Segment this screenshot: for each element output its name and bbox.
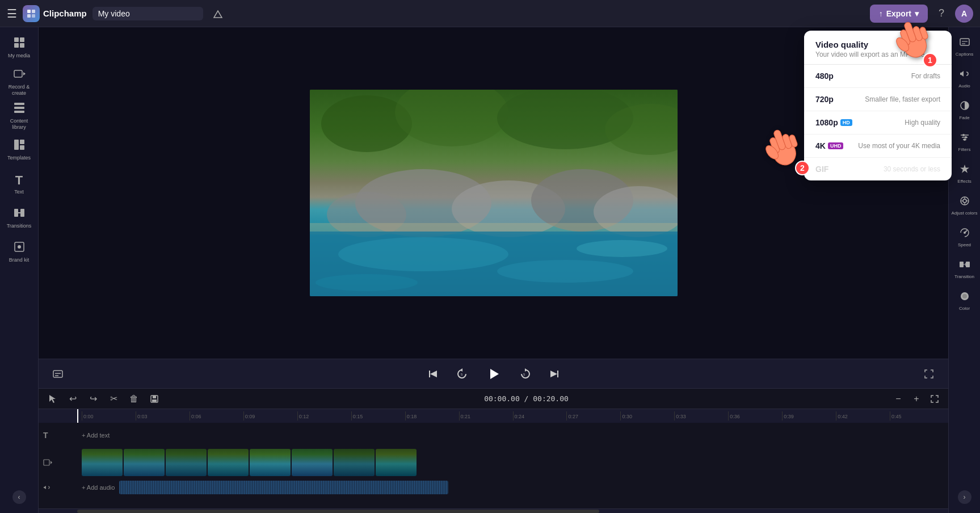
text-track-label: T xyxy=(43,431,77,440)
right-sidebar: Captions Audio Fade xyxy=(948,27,980,513)
sidebar-item-text[interactable]: T Text xyxy=(3,168,35,200)
svg-point-63 xyxy=(965,136,967,138)
ruler-mark-5: 0:15 xyxy=(351,411,405,421)
rs-item-adjust-colors[interactable]: Adjust colors xyxy=(951,191,978,220)
rs-item-speed[interactable]: Speed xyxy=(951,222,978,252)
timeline-tracks: T + Add text xyxy=(39,423,948,508)
svg-marker-9 xyxy=(23,72,26,75)
effects-icon xyxy=(959,163,970,178)
hamburger-icon[interactable]: ☰ xyxy=(7,7,17,20)
sidebar-item-content-library[interactable]: Content library xyxy=(3,100,35,132)
help-button[interactable]: ? xyxy=(932,5,950,23)
zoom-in-button[interactable]: + xyxy=(909,391,924,407)
delete-button[interactable]: 🗑 xyxy=(126,391,142,407)
sidebar-item-my-media[interactable]: My media xyxy=(3,32,35,64)
sidebar-collapse-button[interactable]: ‹ xyxy=(12,490,26,504)
audio-icon xyxy=(959,68,970,82)
rs-item-color[interactable]: Color xyxy=(951,286,978,316)
rs-label-fade: Fade xyxy=(959,115,969,121)
skip-forward-button[interactable] xyxy=(544,364,565,384)
playback-controls: 5 5 xyxy=(39,359,948,388)
export-button[interactable]: ↑ Export ▾ xyxy=(870,5,928,23)
sidebar-label-transitions: Transitions xyxy=(7,223,32,229)
quality-dropdown[interactable]: Video quality Your video will export as … xyxy=(804,31,952,180)
svg-point-20 xyxy=(18,245,21,249)
cut-button[interactable]: ✂ xyxy=(106,391,121,407)
svg-rect-40 xyxy=(429,371,430,377)
ruler-mark-7: 0:21 xyxy=(459,411,513,421)
rs-label-adjust-colors: Adjust colors xyxy=(952,211,978,216)
quality-option-720p[interactable]: 720p Smaller file, faster export xyxy=(804,88,952,111)
sidebar-item-record-create[interactable]: Record & create xyxy=(3,66,35,98)
transitions-icon xyxy=(13,207,26,222)
svg-rect-10 xyxy=(14,103,24,105)
video-title-input[interactable] xyxy=(92,7,203,20)
zoom-out-button[interactable]: − xyxy=(890,391,906,407)
help-icon: ? xyxy=(939,7,944,19)
rs-item-captions[interactable]: Captions xyxy=(951,32,978,61)
quality-option-480p[interactable]: 480p For drafts xyxy=(804,65,952,88)
scrollbar-thumb[interactable] xyxy=(77,510,599,513)
quality-gif-label: GIF xyxy=(815,165,828,174)
quality-option-1080p[interactable]: 1080pHD High quality xyxy=(804,111,952,134)
svg-rect-3 xyxy=(32,14,35,18)
add-audio-button[interactable]: + Add audio xyxy=(82,484,115,491)
quality-option-4k[interactable]: 4KUHD Use most of your 4K media xyxy=(804,134,952,158)
svg-rect-55 xyxy=(960,39,969,45)
video-preview xyxy=(310,90,678,296)
rs-label-color: Color xyxy=(959,306,970,312)
sidebar-item-transitions[interactable]: Transitions xyxy=(3,202,35,234)
zoom-fit-button[interactable] xyxy=(927,391,943,407)
rs-label-transition: Transition xyxy=(954,274,974,280)
svg-point-62 xyxy=(962,134,965,136)
timeline-scrollbar[interactable] xyxy=(39,508,948,513)
quality-dropdown-title: Video quality xyxy=(815,40,940,49)
fade-icon xyxy=(959,100,970,114)
rs-item-audio[interactable]: Audio xyxy=(951,64,978,93)
play-button[interactable] xyxy=(482,362,506,386)
hd-badge: HD xyxy=(840,119,852,126)
templates-icon xyxy=(13,138,26,154)
select-tool-button[interactable] xyxy=(44,391,60,407)
playhead-indicator xyxy=(77,409,78,423)
audio-track-content: + Add audio xyxy=(82,480,944,495)
svg-rect-16 xyxy=(14,209,18,217)
ruler-mark-3: 0:09 xyxy=(243,411,297,421)
redo-button[interactable]: ↪ xyxy=(85,391,101,407)
sidebar-item-brand-kit[interactable]: Brand kit xyxy=(3,236,35,268)
svg-marker-54 xyxy=(51,461,52,464)
rs-item-transition[interactable]: Transition xyxy=(951,254,978,284)
add-text-button[interactable]: + Add text xyxy=(82,432,110,439)
svg-rect-37 xyxy=(53,371,62,377)
filters-icon xyxy=(959,132,970,146)
rs-item-fade[interactable]: Fade xyxy=(951,95,978,125)
undo-button[interactable]: ↩ xyxy=(65,391,81,407)
svg-rect-17 xyxy=(20,209,24,217)
rs-item-filters[interactable]: Filters xyxy=(951,127,978,157)
svg-point-33 xyxy=(338,237,508,271)
avatar[interactable]: A xyxy=(955,5,973,23)
video-thumb-2 xyxy=(166,449,207,476)
ruler-mark-9: 0:27 xyxy=(566,411,620,421)
quality-option-gif[interactable]: GIF 30 seconds or less xyxy=(804,158,952,180)
sidebar-item-templates[interactable]: Templates xyxy=(3,134,35,166)
fast-forward-button[interactable]: 5 xyxy=(515,364,535,384)
rs-item-effects[interactable]: Effects xyxy=(951,159,978,188)
fullscreen-button[interactable] xyxy=(919,364,939,384)
skip-back-button[interactable] xyxy=(423,364,443,384)
adjust-colors-icon xyxy=(959,195,970,209)
save-frame-button[interactable] xyxy=(146,391,162,407)
video-thumb-1 xyxy=(124,449,165,476)
svg-point-72 xyxy=(964,232,966,234)
captions-toggle-button[interactable] xyxy=(48,364,68,384)
svg-rect-51 xyxy=(153,396,156,398)
magic-tool-button[interactable] xyxy=(209,5,227,23)
video-track-row xyxy=(43,448,944,477)
sidebar-label-record-create: Record & create xyxy=(6,84,33,96)
video-track-content[interactable] xyxy=(82,449,944,476)
rewind-button[interactable]: 5 xyxy=(452,364,473,384)
left-sidebar: My media Record & create Content library xyxy=(0,27,39,513)
sidebar-label-brand-kit: Brand kit xyxy=(9,257,30,263)
right-sidebar-collapse-button[interactable]: › xyxy=(958,490,971,504)
ruler-marks: 0:00 0:03 0:06 0:09 0:12 0:15 0:18 0:21 … xyxy=(82,411,944,421)
